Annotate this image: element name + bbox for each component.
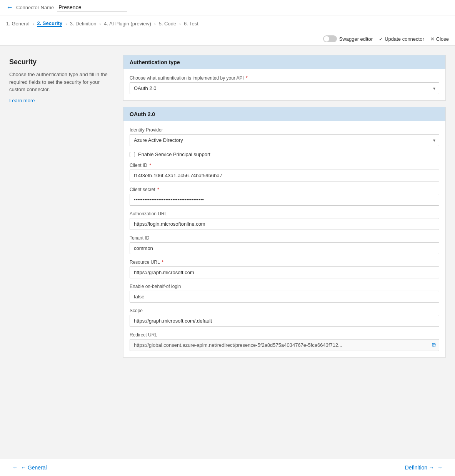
step-test[interactable]: 6. Test bbox=[184, 21, 198, 27]
connector-name-label: Connector Name bbox=[16, 5, 54, 10]
auth-url-input[interactable] bbox=[130, 218, 439, 230]
chevron-icon: › bbox=[179, 22, 181, 26]
close-button[interactable]: ✕ Close bbox=[430, 36, 449, 42]
client-secret-input[interactable] bbox=[130, 194, 439, 206]
identity-provider-field: Identity Provider Azure Active Directory… bbox=[130, 127, 439, 146]
tenant-id-label: Tenant ID bbox=[130, 235, 439, 241]
toolbar: Swagger editor ✓ Update connector ✕ Clos… bbox=[0, 32, 455, 46]
back-to-general-button[interactable]: ← ← General bbox=[12, 464, 47, 471]
enable-sp-checkbox[interactable] bbox=[130, 152, 135, 157]
identity-provider-select[interactable]: Azure Active Directory Generic OAuth 2 G… bbox=[130, 134, 439, 146]
on-behalf-input[interactable] bbox=[130, 291, 439, 303]
required-marker: * bbox=[162, 260, 164, 265]
scope-label: Scope bbox=[130, 308, 439, 313]
on-behalf-label: Enable on-behalf-of login bbox=[130, 284, 439, 289]
chevron-icon: › bbox=[99, 22, 101, 26]
enable-sp-row: Enable Service Principal support bbox=[130, 151, 439, 157]
required-marker: * bbox=[246, 75, 248, 81]
on-behalf-field: Enable on-behalf-of login bbox=[130, 284, 439, 303]
tenant-id-input[interactable] bbox=[130, 242, 439, 254]
copy-redirect-button[interactable]: ⧉ bbox=[432, 342, 436, 349]
toggle-knob bbox=[324, 36, 329, 42]
auth-url-field: Authorization URL bbox=[130, 211, 439, 230]
auth-type-body: Choose what authentication is implemente… bbox=[123, 69, 445, 100]
tenant-id-field: Tenant ID bbox=[130, 235, 439, 254]
chevron-icon: › bbox=[33, 22, 34, 26]
connector-name-input[interactable] bbox=[57, 3, 127, 12]
oauth-section: OAuth 2.0 Identity Provider Azure Active… bbox=[123, 107, 446, 358]
forward-to-definition-button[interactable]: Definition → → bbox=[405, 464, 443, 471]
checkmark-icon: ✓ bbox=[379, 36, 383, 42]
step-ai-plugin[interactable]: 4. AI Plugin (preview) bbox=[104, 21, 151, 27]
forward-label: Definition → bbox=[405, 464, 434, 471]
close-icon: ✕ bbox=[430, 36, 435, 42]
sidebar-title: Security bbox=[9, 58, 114, 66]
redirect-url-wrapper: ⧉ bbox=[130, 339, 439, 351]
steps-bar: 1. General › 2. Security › 3. Definition… bbox=[0, 15, 455, 32]
resource-url-label: Resource URL * bbox=[130, 260, 439, 265]
oauth-header: OAuth 2.0 bbox=[123, 107, 445, 121]
sidebar: Security Choose the authentication type … bbox=[0, 46, 123, 459]
scope-input[interactable] bbox=[130, 315, 439, 327]
back-label: ← General bbox=[21, 464, 47, 471]
auth-type-field: Choose what authentication is implemente… bbox=[130, 75, 439, 94]
auth-type-header: Authentication type bbox=[123, 55, 445, 69]
client-secret-field: Client secret * bbox=[130, 187, 439, 206]
learn-more-link[interactable]: Learn more bbox=[9, 98, 35, 103]
auth-type-section: Authentication type Choose what authenti… bbox=[123, 55, 446, 101]
step-security[interactable]: 2. Security bbox=[37, 20, 62, 27]
top-bar: ← Connector Name bbox=[0, 0, 455, 15]
chevron-icon: › bbox=[154, 22, 156, 26]
client-id-field: Client ID * bbox=[130, 163, 439, 181]
redirect-url-field: Redirect URL ⧉ bbox=[130, 332, 439, 351]
auth-type-label: Choose what authentication is implemente… bbox=[130, 75, 439, 81]
required-marker: * bbox=[149, 163, 151, 168]
step-code[interactable]: 5. Code bbox=[159, 21, 177, 27]
update-connector-label: Update connector bbox=[385, 36, 424, 42]
auth-type-select-wrapper: No authentication API Key OAuth 2.0 Wind… bbox=[130, 82, 439, 94]
arrow-left-icon: ← bbox=[12, 464, 18, 471]
scope-field: Scope bbox=[130, 308, 439, 327]
swagger-label: Swagger editor bbox=[339, 36, 373, 42]
step-general[interactable]: 1. General bbox=[6, 21, 30, 27]
step-definition[interactable]: 3. Definition bbox=[70, 21, 97, 27]
chevron-icon: › bbox=[65, 22, 67, 26]
close-label: Close bbox=[436, 36, 449, 42]
client-id-label: Client ID * bbox=[130, 163, 439, 168]
back-button[interactable]: ← bbox=[6, 3, 13, 12]
auth-url-label: Authorization URL bbox=[130, 211, 439, 216]
swagger-toggle-group: Swagger editor bbox=[323, 35, 373, 42]
client-id-input[interactable] bbox=[130, 170, 439, 181]
identity-provider-select-wrapper: Azure Active Directory Generic OAuth 2 G… bbox=[130, 134, 439, 146]
enable-sp-label: Enable Service Principal support bbox=[138, 151, 210, 157]
form-area: Authentication type Choose what authenti… bbox=[123, 46, 455, 459]
redirect-url-label: Redirect URL bbox=[130, 332, 439, 338]
sidebar-description: Choose the authentication type and fill … bbox=[9, 71, 114, 93]
client-secret-label: Client secret * bbox=[130, 187, 439, 192]
identity-provider-label: Identity Provider bbox=[130, 127, 439, 133]
main-content: Security Choose the authentication type … bbox=[0, 46, 455, 459]
bottom-nav: ← ← General Definition → → bbox=[0, 459, 455, 476]
resource-url-input[interactable] bbox=[130, 266, 439, 278]
resource-url-field: Resource URL * bbox=[130, 260, 439, 278]
redirect-url-input bbox=[130, 339, 439, 351]
arrow-right-icon: → bbox=[437, 464, 443, 471]
swagger-toggle[interactable] bbox=[323, 35, 337, 42]
oauth-body: Identity Provider Azure Active Directory… bbox=[123, 121, 445, 357]
update-connector-button[interactable]: ✓ Update connector bbox=[379, 36, 424, 42]
auth-type-select[interactable]: No authentication API Key OAuth 2.0 Wind… bbox=[130, 82, 439, 94]
required-marker: * bbox=[157, 187, 159, 192]
